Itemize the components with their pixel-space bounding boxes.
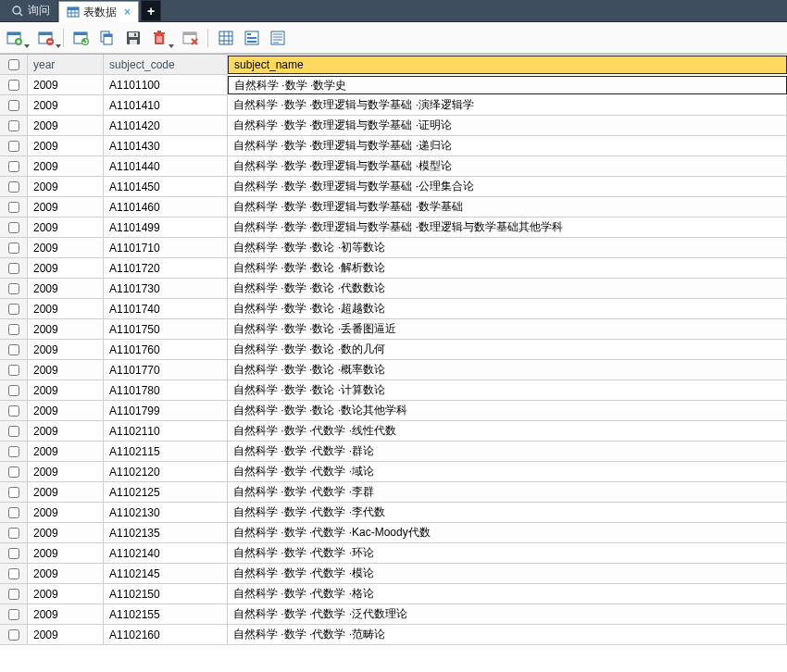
cell-subject-name[interactable]: 自然科学 ·数学 ·数论 ·初等数论 (228, 238, 787, 258)
table-row[interactable]: 2009A1102110自然科学 ·数学 ·代数学 ·线性代数 (0, 421, 787, 442)
row-checkbox-cell[interactable] (0, 238, 28, 258)
table-row[interactable]: 2009A1101499自然科学 ·数学 ·数理逻辑与数学基础 ·数理逻辑与数学… (0, 218, 787, 238)
cell-subject-code[interactable]: A1101440 (104, 156, 228, 177)
cell-year[interactable]: 2009 (28, 156, 104, 177)
table-row[interactable]: 2009A1101410自然科学 ·数学 ·数理逻辑与数学基础 ·演绎逻辑学 (0, 95, 787, 116)
row-checkbox-cell[interactable] (0, 95, 28, 116)
row-checkbox[interactable] (8, 283, 19, 294)
row-checkbox-cell[interactable] (0, 258, 28, 279)
cell-year[interactable]: 2009 (28, 482, 104, 503)
cell-subject-name[interactable]: 自然科学 ·数学 ·代数学 ·泛代数理论 (228, 604, 787, 625)
row-checkbox[interactable] (8, 100, 19, 111)
cell-subject-code[interactable]: A1102145 (104, 564, 228, 584)
cell-subject-name[interactable]: 自然科学 ·数学 ·代数学 ·域论 (228, 462, 787, 482)
cell-subject-name[interactable]: 自然科学 ·数学 ·数论 ·计算数论 (228, 380, 787, 401)
header-checkbox-cell[interactable] (0, 55, 28, 75)
row-checkbox-cell[interactable] (0, 584, 28, 604)
cell-subject-name[interactable]: 自然科学 ·数学 ·代数学 ·范畴论 (228, 625, 787, 645)
cell-subject-name[interactable]: 自然科学 ·数学 ·代数学 ·线性代数 (228, 421, 787, 442)
cell-year[interactable]: 2009 (28, 116, 104, 136)
cell-subject-name[interactable]: 自然科学 ·数学 ·数论 ·数论其他学科 (228, 401, 787, 421)
cell-subject-name[interactable]: 自然科学 ·数学 ·代数学 ·群论 (228, 442, 787, 462)
cell-subject-code[interactable]: A1101100 (104, 75, 228, 95)
column-header-subject-code[interactable]: subject_code (104, 55, 228, 75)
cell-year[interactable]: 2009 (28, 421, 104, 442)
table-row[interactable]: 2009A1101430自然科学 ·数学 ·数理逻辑与数学基础 ·递归论 (0, 136, 787, 156)
cell-subject-name[interactable]: 自然科学 ·数学 ·数论 ·解析数论 (228, 258, 787, 279)
table-row[interactable]: 2009A1102150自然科学 ·数学 ·代数学 ·格论 (0, 584, 787, 604)
row-checkbox[interactable] (8, 385, 19, 396)
row-checkbox[interactable] (8, 405, 19, 417)
row-checkbox[interactable] (8, 243, 19, 254)
cell-subject-code[interactable]: A1102130 (104, 503, 228, 523)
cell-year[interactable]: 2009 (28, 238, 104, 258)
cell-subject-code[interactable]: A1101760 (104, 340, 228, 360)
row-checkbox-cell[interactable] (0, 482, 28, 503)
cell-year[interactable]: 2009 (28, 258, 104, 279)
cell-subject-name[interactable]: 自然科学 ·数学 ·代数学 ·李群 (228, 482, 787, 503)
table-row[interactable]: 2009A1101770自然科学 ·数学 ·数论 ·概率数论 (0, 360, 787, 380)
table-row[interactable]: 2009A1101730自然科学 ·数学 ·数论 ·代数数论 (0, 279, 787, 299)
row-checkbox[interactable] (8, 487, 19, 498)
cell-subject-name[interactable]: 自然科学 ·数学 ·代数学 ·模论 (228, 564, 787, 584)
row-checkbox[interactable] (8, 467, 19, 478)
row-checkbox[interactable] (8, 629, 19, 641)
form-view-button[interactable] (243, 29, 261, 47)
row-checkbox[interactable] (8, 589, 19, 600)
cell-year[interactable]: 2009 (28, 503, 104, 523)
close-icon[interactable]: × (120, 6, 131, 19)
cell-year[interactable]: 2009 (28, 95, 104, 116)
cell-subject-name[interactable]: 自然科学 ·数学 ·数理逻辑与数学基础 ·数理逻辑与数学基础其他学科 (228, 218, 787, 238)
cell-subject-name[interactable]: 自然科学 ·数学 ·数理逻辑与数学基础 ·递归论 (228, 136, 787, 156)
row-checkbox-cell[interactable] (0, 503, 28, 523)
table-row[interactable]: 2009A1101420自然科学 ·数学 ·数理逻辑与数学基础 ·证明论 (0, 116, 787, 136)
table-row[interactable]: 2009A1101450自然科学 ·数学 ·数理逻辑与数学基础 ·公理集合论 (0, 177, 787, 197)
table-row[interactable]: 2009A1102115自然科学 ·数学 ·代数学 ·群论 (0, 442, 787, 462)
cell-subject-code[interactable]: A1101450 (104, 177, 228, 197)
row-checkbox[interactable] (8, 263, 19, 274)
cell-year[interactable]: 2009 (28, 462, 104, 482)
cell-subject-name[interactable]: 自然科学 ·数学 ·数论 ·数的几何 (228, 340, 787, 360)
row-checkbox-cell[interactable] (0, 543, 28, 564)
text-view-button[interactable] (269, 29, 287, 47)
cell-subject-name[interactable]: 自然科学 ·数学 ·数论 ·概率数论 (228, 360, 787, 380)
table-row[interactable]: 2009A1101100自然科学 ·数学 ·数学史 (0, 75, 787, 95)
cell-year[interactable]: 2009 (28, 401, 104, 421)
tab-query[interactable]: 询问 (4, 0, 58, 21)
row-checkbox-cell[interactable] (0, 75, 28, 95)
delete-row-button[interactable] (37, 29, 56, 47)
cell-subject-name[interactable]: 自然科学 ·数学 ·数理逻辑与数学基础 ·模型论 (228, 156, 787, 177)
cell-subject-code[interactable]: A1101710 (104, 238, 228, 258)
row-checkbox[interactable] (8, 120, 19, 131)
cell-year[interactable]: 2009 (28, 299, 104, 319)
cell-subject-code[interactable]: A1101740 (104, 299, 228, 319)
row-checkbox[interactable] (8, 446, 19, 457)
cell-subject-code[interactable]: A1101799 (104, 401, 228, 421)
cell-year[interactable]: 2009 (28, 584, 104, 604)
row-checkbox-cell[interactable] (0, 177, 28, 197)
delete-button[interactable] (150, 29, 169, 47)
cell-subject-code[interactable]: A1102120 (104, 462, 228, 482)
cell-year[interactable]: 2009 (28, 523, 104, 543)
row-checkbox-cell[interactable] (0, 401, 28, 421)
row-checkbox[interactable] (8, 181, 19, 193)
tab-new-button[interactable]: + (141, 0, 161, 21)
table-row[interactable]: 2009A1101440自然科学 ·数学 ·数理逻辑与数学基础 ·模型论 (0, 156, 787, 177)
row-checkbox-cell[interactable] (0, 319, 28, 340)
cell-subject-code[interactable]: A1101750 (104, 319, 228, 340)
row-checkbox[interactable] (8, 202, 19, 213)
row-checkbox[interactable] (8, 304, 19, 315)
cell-year[interactable]: 2009 (28, 625, 104, 645)
column-header-subject-name[interactable]: subject_name (228, 56, 787, 74)
row-checkbox[interactable] (8, 426, 19, 437)
cell-subject-name[interactable]: 自然科学 ·数学 ·数理逻辑与数学基础 ·演绎逻辑学 (228, 95, 787, 116)
cell-subject-name[interactable]: 自然科学 ·数学 ·数理逻辑与数学基础 ·公理集合论 (228, 177, 787, 197)
cell-subject-code[interactable]: A1101420 (104, 116, 228, 136)
row-checkbox[interactable] (8, 222, 19, 233)
cell-year[interactable]: 2009 (28, 177, 104, 197)
row-checkbox-cell[interactable] (0, 625, 28, 645)
cell-subject-name[interactable]: 自然科学 ·数学 ·数论 ·丢番图逼近 (228, 319, 787, 340)
cell-year[interactable]: 2009 (28, 136, 104, 156)
cell-subject-name[interactable]: 自然科学 ·数学 ·数理逻辑与数学基础 ·证明论 (228, 116, 787, 136)
table-row[interactable]: 2009A1102125自然科学 ·数学 ·代数学 ·李群 (0, 482, 787, 503)
